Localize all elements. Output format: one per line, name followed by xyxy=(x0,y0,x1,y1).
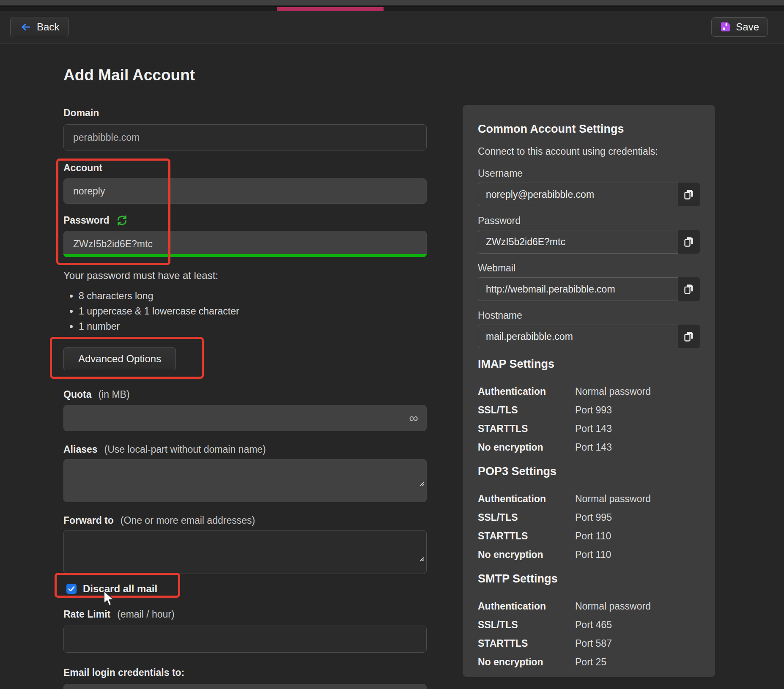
rate-limit-label: Rate Limit xyxy=(63,608,110,621)
forward-to-textarea[interactable] xyxy=(63,530,427,574)
aliases-textarea-wrap xyxy=(63,459,427,502)
aliases-hint: (Use local-part without domain name) xyxy=(104,443,266,456)
copy-icon xyxy=(684,284,694,294)
aliases-textarea[interactable] xyxy=(63,459,427,502)
copy-icon xyxy=(684,331,694,342)
resize-handle-icon[interactable] xyxy=(418,555,425,563)
checkmark-icon xyxy=(68,586,75,592)
forward-label-row: Forward to (One or more email addresses) xyxy=(63,514,427,527)
email-credentials-label: Email login credentials to: xyxy=(63,666,427,679)
discard-all-mail-checkbox[interactable] xyxy=(66,584,77,594)
username-value-input[interactable] xyxy=(478,183,678,206)
quota-input-wrap: ∞ xyxy=(63,405,427,431)
infinity-icon: ∞ xyxy=(409,412,418,424)
panel-title: Common Account Settings xyxy=(478,122,700,136)
pop3-settings-title: POP3 Settings xyxy=(478,464,700,478)
aliases-label: Aliases xyxy=(63,443,98,456)
rate-limit-input[interactable] xyxy=(63,626,427,653)
quota-hint: (in MB) xyxy=(98,388,129,401)
setting-value: Port 587 xyxy=(575,634,612,653)
setting-value: Port 110 xyxy=(575,545,611,564)
password-input[interactable] xyxy=(63,231,427,257)
setting-value: Normal password xyxy=(575,382,651,401)
hostname-value-input[interactable] xyxy=(478,325,678,348)
smtp-settings-title: SMTP Settings xyxy=(478,571,700,586)
setting-value: Port 143 xyxy=(575,438,612,457)
setting-label: No encryption xyxy=(478,653,575,671)
save-button-label: Save xyxy=(736,21,759,33)
back-button-label: Back xyxy=(37,21,59,33)
webmail-value-input[interactable] xyxy=(478,277,678,301)
password-requirements-list: 8 characters long 1 uppercase & 1 lowerc… xyxy=(63,288,427,334)
rate-limit-hint: (email / hour) xyxy=(117,608,174,621)
setting-value: Port 110 xyxy=(575,527,611,545)
quota-input[interactable] xyxy=(63,405,427,431)
rate-limit-label-row: Rate Limit (email / hour) xyxy=(63,608,427,621)
setting-value: Port 143 xyxy=(575,419,612,438)
password-strength-bar xyxy=(63,254,427,257)
setting-value: Port 995 xyxy=(575,508,612,527)
copy-password-button[interactable] xyxy=(678,230,700,254)
imap-settings-table: AuthenticationNormal password SSL/TLSPor… xyxy=(478,382,700,457)
forward-to-hint: (One or more email addresses) xyxy=(121,514,255,527)
regenerate-password-icon[interactable] xyxy=(116,215,128,226)
resize-handle-icon[interactable] xyxy=(418,480,425,488)
domain-label: Domain xyxy=(63,107,427,119)
copy-username-button[interactable] xyxy=(678,183,700,206)
smtp-settings-table: AuthenticationNormal password SSL/TLSPor… xyxy=(478,597,700,671)
copy-webmail-button[interactable] xyxy=(678,277,700,301)
account-input[interactable] xyxy=(63,178,427,204)
discard-all-mail-row: Discard all mail xyxy=(66,582,427,595)
setting-value: Port 993 xyxy=(575,401,612,419)
setting-label: STARTTLS xyxy=(478,634,575,653)
password-label: Password xyxy=(63,214,110,227)
panel-subtitle: Connect to this account using credential… xyxy=(478,145,700,157)
setting-value: Normal password xyxy=(575,489,651,508)
setting-label: No encryption xyxy=(478,438,575,457)
progress-bar-segment xyxy=(277,7,384,11)
quota-label: Quota xyxy=(63,388,91,401)
password-input-wrap xyxy=(63,231,427,257)
setting-value: Port 25 xyxy=(575,653,606,671)
password-requirements-intro: Your password must have at least: xyxy=(63,270,427,282)
setting-label: SSL/TLS xyxy=(478,508,575,527)
save-button[interactable]: Save xyxy=(711,17,768,37)
browser-chrome-bar xyxy=(0,0,784,5)
screen: Back Save Add Mail Account Domain Accoun… xyxy=(0,0,784,689)
copy-icon xyxy=(684,237,694,247)
password-rule: 1 number xyxy=(79,319,427,334)
setting-label: No encryption xyxy=(478,545,575,564)
setting-label: SSL/TLS xyxy=(478,401,575,419)
panel-password-label: Password xyxy=(478,215,700,227)
toolbar: Back Save xyxy=(0,11,784,44)
webmail-field: Webmail xyxy=(478,262,700,301)
discard-all-mail-label: Discard all mail xyxy=(83,583,157,595)
page-title: Add Mail Account xyxy=(63,66,427,85)
password-value-input[interactable] xyxy=(478,230,678,254)
common-account-settings-panel: Common Account Settings Connect to this … xyxy=(463,105,715,677)
forward-to-label: Forward to xyxy=(63,514,114,527)
advanced-options-button[interactable]: Advanced Options xyxy=(63,347,176,370)
account-label: Account xyxy=(63,161,427,174)
copy-hostname-button[interactable] xyxy=(678,325,700,348)
email-credentials-input[interactable] xyxy=(63,684,427,689)
username-label: Username xyxy=(478,167,700,179)
setting-label: STARTTLS xyxy=(478,419,575,438)
save-floppy-icon xyxy=(720,22,731,32)
setting-label: Authentication xyxy=(478,597,575,615)
username-field: Username xyxy=(478,167,700,206)
setting-label: STARTTLS xyxy=(478,527,575,545)
password-field: Password xyxy=(478,215,700,254)
add-mail-account-form: Add Mail Account Domain Account Password… xyxy=(63,59,427,689)
setting-label: Authentication xyxy=(478,382,575,401)
setting-label: Authentication xyxy=(478,489,575,508)
hostname-label: Hostname xyxy=(478,309,700,321)
chrome-strip xyxy=(0,7,784,11)
setting-value: Normal password xyxy=(575,597,651,615)
password-rule: 8 characters long xyxy=(79,288,427,303)
password-rule: 1 uppercase & 1 lowercase character xyxy=(79,303,427,319)
pop3-settings-table: AuthenticationNormal password SSL/TLSPor… xyxy=(478,489,700,564)
domain-input[interactable] xyxy=(63,124,427,150)
back-button[interactable]: Back xyxy=(10,17,69,37)
aliases-label-row: Aliases (Use local-part without domain n… xyxy=(63,443,427,456)
